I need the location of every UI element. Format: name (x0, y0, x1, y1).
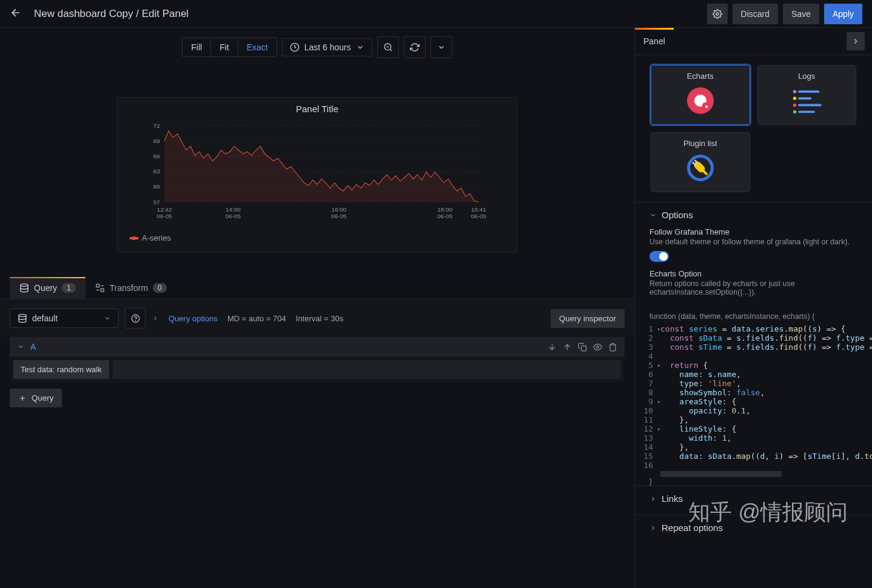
svg-point-0 (716, 13, 719, 15)
arrow-down-icon[interactable] (548, 342, 557, 352)
scenario-label[interactable]: Test data: random walk (13, 360, 109, 379)
panel-tab-expand[interactable] (847, 32, 865, 50)
legend-marker (130, 237, 138, 239)
viz-name-echarts: Echarts (687, 72, 714, 81)
query-row: A Test data: random walk (10, 337, 625, 383)
datasource-select[interactable]: default (10, 309, 119, 328)
viz-name-plugin-list: Plugin list (683, 139, 717, 148)
query-actions (548, 342, 617, 352)
query-row-header: A (10, 337, 625, 356)
svg-text:60: 60 (153, 183, 160, 190)
option-follow-theme: Follow Grafana Theme Use default theme o… (649, 227, 857, 262)
trash-icon[interactable] (608, 342, 617, 352)
settings-button[interactable] (707, 4, 728, 24)
echarts-icon (685, 85, 716, 116)
left-pane: Fill Fit Exact Last 6 hours Panel Title (0, 28, 634, 588)
query-options-toggle[interactable]: Query options (169, 314, 218, 323)
svg-text:72: 72 (153, 122, 160, 129)
panel-tab-row: Panel (635, 28, 872, 55)
discard-button[interactable]: Discard (733, 4, 778, 24)
copy-icon[interactable] (578, 342, 587, 352)
tab-transform-badge: 0 (153, 283, 167, 293)
datasource-help-button[interactable] (125, 308, 146, 329)
svg-rect-38 (798, 90, 819, 93)
code-editor[interactable]: 1▾const series = data.series.map((s) => … (635, 321, 872, 477)
zoom-out-icon (383, 42, 393, 52)
chevron-down-icon[interactable] (17, 343, 24, 350)
panel-tab[interactable]: Panel (635, 28, 674, 55)
add-query-label: Query (32, 393, 53, 403)
follow-theme-label: Follow Grafana Theme (649, 227, 857, 236)
database-icon (18, 313, 27, 323)
echarts-option-desc: Return options called by echarts or just… (649, 279, 857, 296)
options-header[interactable]: Options (649, 210, 857, 220)
repeat-section: Repeat options (635, 515, 872, 544)
svg-text:63: 63 (153, 168, 160, 175)
code-horizontal-scrollbar[interactable] (660, 471, 782, 477)
query-options-interval: Interval = 30s (296, 314, 343, 323)
question-icon (131, 314, 140, 323)
links-header[interactable]: Links (649, 493, 857, 504)
plugin-list-icon (685, 153, 716, 183)
function-close: } (635, 477, 872, 486)
right-pane: Panel Echarts Logs Plugin list (634, 28, 872, 588)
chart-container: Panel Title 72 69 66 63 60 57 (0, 67, 634, 277)
svg-text:69: 69 (153, 138, 160, 144)
apply-button[interactable]: Apply (824, 4, 862, 24)
legend-label: A-series (142, 233, 171, 242)
query-section: Query 1 Transform 0 default (0, 277, 634, 413)
svg-text:18:00: 18:00 (437, 206, 452, 213)
chevron-right-icon (649, 495, 657, 503)
svg-text:06-05: 06-05 (226, 213, 241, 219)
add-query-button[interactable]: Query (10, 389, 62, 407)
refresh-dropdown[interactable] (431, 36, 452, 58)
viz-card-plugin-list[interactable]: Plugin list (651, 132, 750, 192)
follow-theme-toggle[interactable] (649, 251, 669, 262)
refresh-button[interactable] (404, 36, 426, 58)
refresh-icon (410, 42, 420, 52)
fill-button[interactable]: Fill (183, 38, 211, 56)
datasource-row: default Query options MD = auto = 704 In… (0, 299, 634, 337)
options-section: Options Follow Grafana Theme Use default… (635, 202, 872, 307)
svg-point-43 (793, 110, 797, 114)
database-icon (19, 283, 29, 293)
save-button[interactable]: Save (783, 4, 819, 24)
svg-point-30 (135, 320, 136, 321)
svg-rect-40 (798, 97, 811, 99)
zoom-out-button[interactable] (377, 36, 399, 58)
back-arrow-icon[interactable] (10, 7, 22, 21)
viz-card-logs[interactable]: Logs (757, 65, 857, 125)
svg-text:66: 66 (153, 153, 160, 159)
breadcrumb: New dashboard Copy / Edit Panel (34, 8, 189, 20)
header-left: New dashboard Copy / Edit Panel (10, 7, 189, 21)
query-letter[interactable]: A (30, 342, 36, 352)
tab-transform-label: Transform (110, 283, 148, 293)
follow-theme-desc: Use default theme or follow theme of gra… (649, 238, 857, 246)
svg-text:12:42: 12:42 (157, 206, 172, 213)
links-section: Links (635, 486, 872, 515)
tab-transform[interactable]: Transform 0 (86, 277, 176, 299)
series-area (164, 131, 481, 202)
svg-text:06-05: 06-05 (331, 213, 347, 219)
arrow-up-icon[interactable] (563, 342, 572, 352)
chart-area[interactable]: 72 69 66 63 60 57 (118, 120, 517, 231)
chevron-right-icon[interactable] (152, 315, 159, 322)
chevron-right-icon (851, 37, 860, 45)
repeat-header[interactable]: Repeat options (649, 523, 857, 533)
fit-mode-group: Fill Fit Exact (182, 38, 277, 57)
exact-button[interactable]: Exact (238, 38, 277, 56)
query-inspector-button[interactable]: Query inspector (551, 309, 625, 328)
toolbar: Fill Fit Exact Last 6 hours (0, 28, 634, 67)
fit-button[interactable]: Fit (211, 38, 238, 56)
query-body: Test data: random walk (10, 356, 625, 383)
viz-card-echarts[interactable]: Echarts (651, 65, 750, 125)
time-range-picker[interactable]: Last 6 hours (282, 38, 372, 56)
bottom-tabs: Query 1 Transform 0 (0, 277, 634, 299)
eye-icon[interactable] (593, 342, 602, 352)
panel: Panel Title 72 69 66 63 60 57 (117, 97, 517, 253)
tab-query[interactable]: Query 1 (10, 277, 86, 299)
scenario-input[interactable] (113, 360, 621, 379)
tab-query-badge: 1 (62, 283, 76, 293)
svg-point-39 (793, 97, 797, 101)
chevron-down-icon (437, 43, 446, 52)
